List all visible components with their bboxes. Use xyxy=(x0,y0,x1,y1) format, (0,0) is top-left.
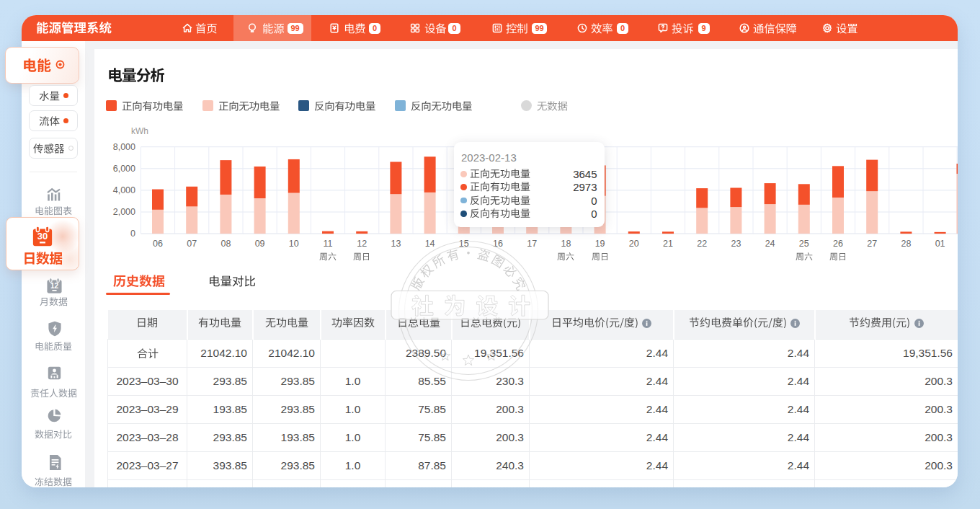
svg-text:06: 06 xyxy=(153,239,163,249)
svg-text:21: 21 xyxy=(663,239,673,249)
svg-text:15: 15 xyxy=(459,239,469,249)
svg-text:20: 20 xyxy=(629,239,639,249)
svg-text:09: 09 xyxy=(255,239,265,249)
svg-text:18: 18 xyxy=(561,239,571,249)
svg-text:30: 30 xyxy=(37,231,48,242)
svg-text:17: 17 xyxy=(527,239,537,249)
svg-text:25: 25 xyxy=(799,239,809,249)
svg-text:08: 08 xyxy=(220,239,231,249)
svg-text:22: 22 xyxy=(697,239,707,249)
svg-text:11: 11 xyxy=(324,239,333,249)
svg-text:24: 24 xyxy=(765,239,775,249)
svg-text:16: 16 xyxy=(493,239,503,249)
svg-text:28: 28 xyxy=(901,239,911,249)
svg-text:27: 27 xyxy=(867,239,877,249)
svg-text:14: 14 xyxy=(425,239,435,249)
svg-text:12: 12 xyxy=(50,282,59,290)
svg-text:12: 12 xyxy=(357,239,367,249)
svg-text:07: 07 xyxy=(187,239,197,249)
svg-text:26: 26 xyxy=(833,239,843,249)
svg-text:13: 13 xyxy=(391,239,401,249)
svg-text:01: 01 xyxy=(935,239,945,249)
svg-text:23: 23 xyxy=(731,239,741,249)
svg-text:10: 10 xyxy=(289,239,299,249)
svg-text:19: 19 xyxy=(595,239,605,249)
